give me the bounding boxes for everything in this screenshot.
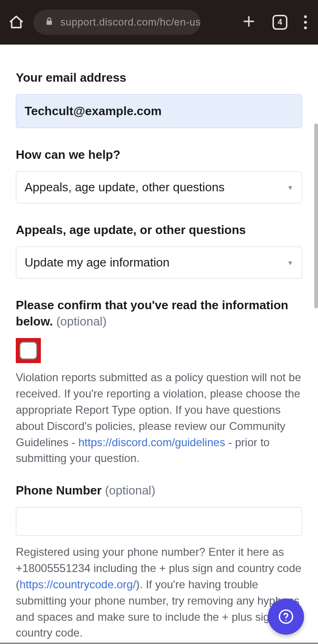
url-bar[interactable]: support.discord.com/hc/en-us/requ	[33, 10, 201, 35]
subcategory-field-group: Appeals, age update, or other questions …	[16, 222, 302, 279]
tab-switcher[interactable]: 4	[273, 15, 287, 30]
email-field-group: Your email address	[16, 70, 302, 128]
confirm-hint: Violation reports submitted as a policy …	[16, 370, 302, 467]
chevron-down-icon: ▼	[287, 259, 293, 267]
guidelines-link[interactable]: https://discord.com/guidelines	[78, 436, 225, 449]
phone-input[interactable]	[16, 507, 302, 536]
home-icon[interactable]	[8, 14, 24, 30]
overflow-menu-icon[interactable]	[304, 15, 307, 29]
checkbox-highlight	[16, 338, 41, 363]
subcategory-select-value: Update my age information	[25, 255, 169, 270]
page-content: Your email address How can we help? Appe…	[0, 45, 318, 644]
help-button[interactable]	[268, 598, 304, 635]
subcategory-label: Appeals, age update, or other questions	[16, 222, 302, 238]
lock-icon	[45, 16, 54, 28]
chevron-down-icon: ▼	[287, 184, 293, 191]
help-label: How can we help?	[16, 147, 302, 163]
email-label: Your email address	[16, 70, 302, 86]
confirm-field-group: Please confirm that you've read the info…	[16, 297, 302, 467]
confirm-checkbox[interactable]	[19, 342, 37, 359]
help-select[interactable]: Appeals, age update, other questions ▼	[16, 171, 302, 203]
svg-rect-0	[46, 20, 52, 25]
subcategory-select[interactable]: Update my age information ▼	[16, 247, 302, 279]
phone-hint: Registered using your phone number? Ente…	[16, 544, 302, 641]
confirm-label: Please confirm that you've read the info…	[16, 297, 302, 330]
phone-label: Phone Number (optional)	[16, 482, 302, 499]
svg-point-4	[286, 620, 287, 621]
email-input[interactable]	[16, 94, 302, 128]
countrycode-link[interactable]: https://countrycode.org/	[19, 578, 136, 591]
phone-field-group: Phone Number (optional) Registered using…	[16, 482, 302, 641]
help-select-value: Appeals, age update, other questions	[25, 180, 225, 195]
browser-toolbar: support.discord.com/hc/en-us/requ 4	[0, 0, 318, 45]
help-field-group: How can we help? Appeals, age update, ot…	[16, 147, 302, 203]
tab-count-value: 4	[278, 18, 282, 27]
url-text: support.discord.com/hc/en-us/requ	[60, 16, 201, 28]
new-tab-icon[interactable]	[242, 14, 256, 30]
